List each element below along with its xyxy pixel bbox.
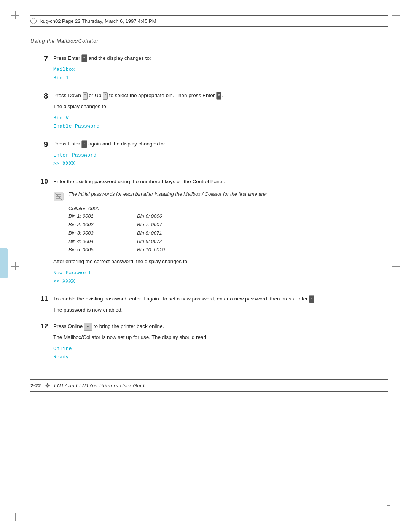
pw-col-left-1: Bin 1: 0001 <box>68 212 114 220</box>
footer: 2-22 ❖ LN17 and LN17ps Printers User Gui… <box>30 379 388 392</box>
bottom-right-mark: ⌐ <box>387 502 390 509</box>
header-text: kug-ch02 Page 22 Thursday, March 6, 1997… <box>40 18 156 24</box>
step-8-number: 8 <box>30 92 53 101</box>
pw-row-4: Bin 4: 0004 Bin 9: 0072 <box>68 237 388 246</box>
pw-col-left-4: Bin 4: 0004 <box>68 237 114 246</box>
up-icon: ˄ <box>103 92 108 100</box>
enter-icon-11: * <box>309 295 314 303</box>
corner-mark-ml <box>11 262 19 270</box>
step-9: 9 Press Enter * again and the display ch… <box>30 140 388 171</box>
corner-mark-br <box>392 513 400 521</box>
step-10-display: New Password>> XXXX <box>53 269 388 285</box>
step-7-text: Press Enter * and the display changes to… <box>53 54 388 62</box>
subtitle: Using the Mailbox/Collator <box>30 38 388 44</box>
step-8-content: Press Down ˅ or Up ˄ to select the appro… <box>53 92 388 133</box>
note-text: The initial passwords for each bin after… <box>68 190 267 198</box>
header-circle <box>30 18 37 24</box>
pw-row-1: Bin 1: 0001 Bin 6: 0006 <box>68 212 388 220</box>
step-11-sub: The password is now enabled. <box>53 306 388 314</box>
step-9-number: 9 <box>30 140 53 149</box>
pw-col-left-3: Bin 3: 0003 <box>68 229 114 237</box>
step-12-content: Press Online ← to bring the printer back… <box>53 323 388 364</box>
step-12-display: OnlineReady <box>53 345 388 361</box>
step-12-number: 12 <box>30 323 53 330</box>
enter-icon-7: * <box>81 54 87 62</box>
down-icon: ˅ <box>83 92 88 100</box>
online-icon: ← <box>84 323 92 331</box>
pw-col-left-5: Bin 5: 0005 <box>68 246 114 254</box>
pw-col-right-5: Bin 10: 0010 <box>137 246 183 254</box>
step-7-content: Press Enter * and the display changes to… <box>53 54 388 85</box>
step-10: 10 Enter the existing password using the… <box>30 178 388 289</box>
step-10-after: After entering the correct password, the… <box>53 258 388 266</box>
corner-mark-tl <box>11 11 19 19</box>
corner-mark-tr <box>392 11 400 19</box>
pw-col-right-2: Bin 7: 0007 <box>137 220 183 229</box>
step-7-display: MailboxBin 1 <box>53 66 388 82</box>
note-icon-svg <box>53 191 64 202</box>
enter-icon-8: * <box>216 92 221 100</box>
step-11: 11 To enable the existing password, ente… <box>30 295 388 316</box>
pw-col-right-1: Bin 6: 0006 <box>137 212 183 220</box>
step-9-display: Enter Password>> XXXX <box>53 151 388 168</box>
left-tab <box>0 248 8 278</box>
pw-row-5: Bin 5: 0005 Bin 10: 0010 <box>68 246 388 254</box>
step-11-text: To enable the existing password, enter i… <box>53 295 388 303</box>
note-box: The initial passwords for each bin after… <box>53 190 388 202</box>
footer-title: LN17 and LN17ps Printers User Guide <box>54 383 147 388</box>
step-8-display: Bin NEnable Password <box>53 114 388 130</box>
pw-col-left-2: Bin 2: 0002 <box>68 220 114 229</box>
step-8-text: Press Down ˅ or Up ˄ to select the appro… <box>53 92 388 100</box>
collator-line: Collator: 0000 <box>68 206 388 211</box>
page: kug-ch02 Page 22 Thursday, March 6, 1997… <box>0 0 411 532</box>
step-9-content: Press Enter * again and the display chan… <box>53 140 388 171</box>
pw-row-3: Bin 3: 0003 Bin 8: 0071 <box>68 229 388 237</box>
step-10-number: 10 <box>30 178 53 185</box>
pw-col-right-4: Bin 9: 0072 <box>137 237 183 246</box>
step-7: 7 Press Enter * and the display changes … <box>30 54 388 85</box>
pw-row-2: Bin 2: 0002 Bin 7: 0007 <box>68 220 388 229</box>
header-line: kug-ch02 Page 22 Thursday, March 6, 1997… <box>30 15 388 27</box>
pw-table: Collator: 0000 Bin 1: 0001 Bin 6: 0006 B… <box>68 206 388 254</box>
footer-page: 2-22 <box>30 383 41 388</box>
step-9-text: Press Enter * again and the display chan… <box>53 140 388 148</box>
step-10-content: Enter the existing password using the nu… <box>53 178 388 289</box>
enter-icon-9: * <box>81 140 87 148</box>
step-7-number: 7 <box>30 54 53 63</box>
step-10-text: Enter the existing password using the nu… <box>53 178 388 186</box>
corner-mark-mr <box>392 262 400 270</box>
step-12-sub: The Mailbox/Collator is now set up for u… <box>53 334 388 342</box>
step-12-text: Press Online ← to bring the printer back… <box>53 323 388 331</box>
step-11-number: 11 <box>30 295 53 303</box>
corner-mark-bl <box>11 513 19 521</box>
footer-diamond: ❖ <box>45 382 50 389</box>
step-11-content: To enable the existing password, enter i… <box>53 295 388 316</box>
pw-col-right-3: Bin 8: 0071 <box>137 229 183 237</box>
step-8-sub: The display changes to: <box>53 103 388 111</box>
step-12: 12 Press Online ← to bring the printer b… <box>30 323 388 364</box>
step-8: 8 Press Down ˅ or Up ˄ to select the app… <box>30 92 388 133</box>
